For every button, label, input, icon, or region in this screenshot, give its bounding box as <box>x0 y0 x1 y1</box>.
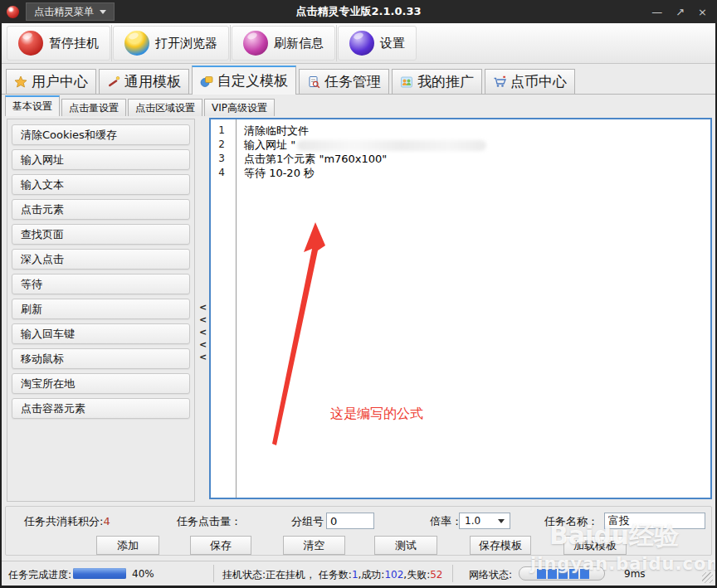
collapse-chevron-icon: < <box>199 303 207 312</box>
clear-button[interactable]: 清空 <box>283 536 345 555</box>
tab-label: 点币中心 <box>510 72 567 91</box>
subtab-label: 点击量设置 <box>69 101 119 115</box>
cmd-click-element-button[interactable]: 点击元素 <box>12 199 190 220</box>
tab-coin-center[interactable]: 点币中心 <box>485 69 575 94</box>
minimize-button[interactable]: — <box>651 7 662 17</box>
tab-label: 任务管理 <box>324 72 381 91</box>
settings-ball-icon <box>349 31 374 56</box>
main-tabstrip: 用户中心 通用模板 自定义模板 任务管理 我的推广 点币中心 <box>2 65 715 95</box>
cmd-move-mouse-button[interactable]: 移动鼠标 <box>12 348 190 369</box>
hang-status-prefix: 挂机状态:正在挂机， 任务数: <box>222 569 352 581</box>
collapse-chevron-icon: < <box>199 315 207 324</box>
rate-selected-value: 1.0 <box>460 515 498 527</box>
open-browser-label: 打开浏览器 <box>155 36 217 51</box>
shopping-cart-icon <box>493 75 506 89</box>
tab-custom-template[interactable]: 自定义模板 <box>192 66 296 95</box>
subtab-click-volume[interactable]: 点击量设置 <box>61 99 126 116</box>
close-button[interactable]: × <box>698 7 707 17</box>
test-button[interactable]: 测试 <box>374 536 437 555</box>
line-number: 2 <box>211 138 232 150</box>
pause-hang-button[interactable]: 暂停挂机 <box>7 26 110 61</box>
subtab-click-region[interactable]: 点击区域设置 <box>128 99 202 116</box>
user-center-star-icon <box>14 75 27 89</box>
maximize-button[interactable]: ↗ <box>676 7 685 17</box>
tab-task-manage[interactable]: 任务管理 <box>299 69 389 94</box>
subtab-label: VIP高级设置 <box>212 101 267 115</box>
collapse-chevron-icon: < <box>199 328 207 337</box>
script-line: 点击第1个元素 "m760x100" <box>244 152 707 166</box>
app-menu-button[interactable]: 点击精灵菜单 <box>26 2 115 21</box>
group-number-input[interactable] <box>326 513 374 529</box>
client-area: 暂停挂机 打开浏览器 刷新信息 设置 用户中心 <box>2 23 715 586</box>
pause-hang-label: 暂停挂机 <box>49 36 99 51</box>
tab-user-center[interactable]: 用户中心 <box>6 69 96 94</box>
resize-grip[interactable] <box>702 572 713 583</box>
tab-general-template[interactable]: 通用模板 <box>99 69 189 94</box>
progress-bar <box>73 568 126 579</box>
script-line-text: 清除临时文件 <box>244 124 309 137</box>
script-line-text: 点击第1个元素 "m760x100" <box>244 153 387 165</box>
toolbar-separator <box>230 25 231 61</box>
statusbar-divider <box>452 565 453 582</box>
script-line-text: 输入网址 " <box>244 138 295 151</box>
two-people-icon <box>400 75 413 89</box>
line-number-gutter: 1 2 3 4 <box>211 119 237 498</box>
dropdown-caret-icon <box>100 10 106 14</box>
tab-label: 我的推广 <box>417 72 474 91</box>
magic-wand-icon <box>107 75 120 89</box>
toolbar-separator <box>111 25 112 61</box>
collapse-chevron-icon: < <box>199 340 207 349</box>
rate-select[interactable]: 1.0 <box>459 513 510 529</box>
refresh-info-button[interactable]: 刷新信息 <box>232 26 335 61</box>
task-name-input[interactable] <box>604 513 705 529</box>
task-clicks-label: 任务点击量： <box>177 514 241 529</box>
cmd-taobao-location-button[interactable]: 淘宝所在地 <box>12 373 190 394</box>
points-consumed-text: 任务共消耗积分: <box>24 515 103 527</box>
script-editor[interactable]: 1 2 3 4 清除临时文件 输入网址 " 点击第1个元素 "m760x100"… <box>209 118 712 499</box>
titlebar: 点击精灵菜单 点击精灵专业版2.1.0.33 — ↗ × <box>0 0 717 23</box>
collapse-chevron-icon: < <box>199 352 207 362</box>
toolbar: 暂停挂机 打开浏览器 刷新信息 设置 <box>2 23 715 64</box>
success-label: ,成功: <box>358 569 385 581</box>
custom-template-icon <box>200 75 213 88</box>
app-menu-label: 点击精灵菜单 <box>34 5 94 19</box>
network-status-label: 网络状态: <box>469 568 512 582</box>
progress-label: 任务完成进度: <box>8 568 71 582</box>
refresh-info-ball-icon <box>243 31 268 56</box>
task-count-value: 1 <box>352 569 358 581</box>
settings-button[interactable]: 设置 <box>338 26 417 61</box>
tab-label: 自定义模板 <box>217 71 288 90</box>
add-button[interactable]: 添加 <box>96 536 159 555</box>
open-browser-ball-icon <box>124 31 149 56</box>
save-template-button[interactable]: 保存模板 <box>470 536 531 555</box>
cmd-enter-url-button[interactable]: 输入网址 <box>12 149 190 170</box>
fail-label: ,失败: <box>403 569 430 581</box>
cmd-enter-text-button[interactable]: 输入文本 <box>12 174 190 195</box>
cmd-wait-button[interactable]: 等待 <box>12 274 190 294</box>
panel-splitter[interactable]: < < < < < <box>198 119 208 502</box>
script-line: 输入网址 " <box>244 138 707 152</box>
statusbar-divider <box>213 565 214 582</box>
cmd-enter-key-button[interactable]: 输入回车键 <box>12 323 190 344</box>
signal-bar-icon <box>537 569 546 579</box>
line-number: 3 <box>211 153 232 164</box>
load-template-button[interactable]: 加载模板 <box>563 536 627 555</box>
window-title: 点击精灵专业版2.1.0.33 <box>295 4 421 19</box>
cmd-click-container-button[interactable]: 点击容器元素 <box>12 398 190 419</box>
network-signal-meter <box>519 566 605 581</box>
cmd-deep-click-button[interactable]: 深入点击 <box>12 249 190 270</box>
signal-bar-icon <box>558 569 568 579</box>
settings-subtabstrip: 基本设置 点击量设置 点击区域设置 VIP高级设置 <box>5 95 276 116</box>
cmd-clear-cookies-button[interactable]: 清除Cookies和缓存 <box>12 124 190 145</box>
open-browser-button[interactable]: 打开浏览器 <box>113 26 229 61</box>
save-button[interactable]: 保存 <box>190 536 251 555</box>
tab-my-promotion[interactable]: 我的推广 <box>392 69 482 94</box>
cmd-find-page-button[interactable]: 查找页面 <box>12 224 190 245</box>
task-name-label: 任务名称： <box>544 514 598 529</box>
signal-bar-icon <box>580 569 589 579</box>
script-line: 清除临时文件 <box>244 124 707 138</box>
cmd-refresh-button[interactable]: 刷新 <box>12 299 190 319</box>
subtab-basic-settings[interactable]: 基本设置 <box>5 95 60 116</box>
settings-label: 设置 <box>380 36 405 51</box>
subtab-vip-advanced[interactable]: VIP高级设置 <box>204 99 275 116</box>
